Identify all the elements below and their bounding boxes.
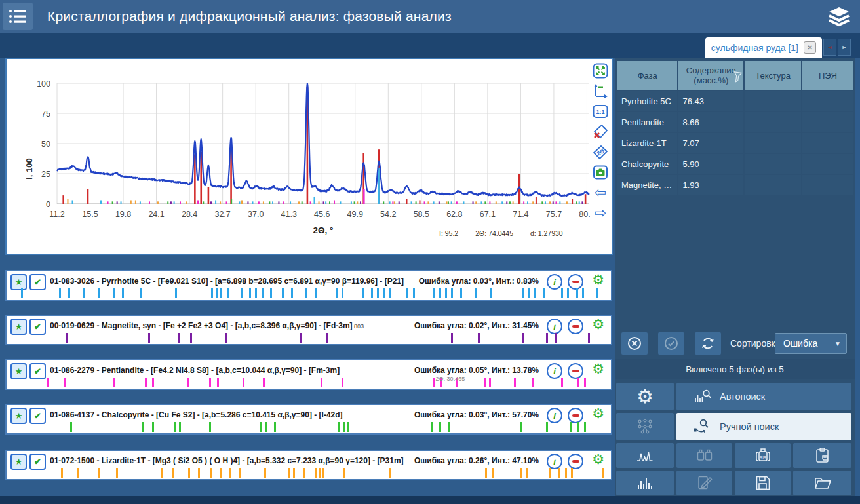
tick-mark xyxy=(543,288,545,298)
diffraction-chart-panel: 025507510011.215.519.824.128.432.737.041… xyxy=(5,58,613,255)
column-header-content[interactable]: Содержание (масс.%) xyxy=(678,61,743,90)
tick-mark xyxy=(161,468,163,478)
tick-mark xyxy=(209,422,211,432)
table-cell: 8.66 xyxy=(678,112,743,132)
tick-mark xyxy=(522,333,524,343)
table-row[interactable]: Magnetite, …1.93 xyxy=(617,175,853,195)
remove-phase-icon[interactable] xyxy=(568,408,583,423)
table-cell: 5.90 xyxy=(678,154,743,174)
phase-error-stats: Ошибка угла: 0.03°, Инт.: 0.83% xyxy=(419,277,539,286)
paste-button[interactable] xyxy=(793,443,851,468)
tick-mark xyxy=(66,333,68,343)
info-icon[interactable]: i xyxy=(547,274,562,290)
rir-quantification-button[interactable]: RIR xyxy=(735,443,791,468)
tick-mark xyxy=(546,422,548,432)
phase-error-stats: Ошибка угла: 0.03°, Инт.: 57.70% xyxy=(414,410,539,419)
table-row[interactable]: Lizardite-1T7.07 xyxy=(617,133,853,153)
svg-text:24.1: 24.1 xyxy=(148,210,164,219)
tab-prev-icon[interactable]: ◄ xyxy=(823,39,836,56)
hamburger-menu-icon[interactable] xyxy=(3,3,33,30)
tick-mark xyxy=(148,333,150,343)
table-row[interactable]: Pentlandite8.66 xyxy=(617,112,853,132)
column-header-pea[interactable]: ПЭЯ xyxy=(802,61,853,90)
table-row[interactable]: Pyrrhotite 5C76.43 xyxy=(617,91,853,111)
tick-mark xyxy=(336,288,338,298)
tick-mark xyxy=(584,378,586,387)
phase-row[interactable]: ★ ✔ 00-019-0629 - Magnetite, syn - [Fe +… xyxy=(5,315,612,345)
remove-phase-icon[interactable] xyxy=(568,454,583,469)
tick-mark xyxy=(68,288,70,298)
table-row[interactable]: Chalcopyrite5.90 xyxy=(617,154,853,174)
right-panel: Фаза Содержание (масс.%) Текстура ПЭЯ Py… xyxy=(615,58,855,496)
remove-phase-icon[interactable] xyxy=(568,274,583,290)
info-icon[interactable]: i xyxy=(547,454,562,469)
layers-icon[interactable] xyxy=(825,5,853,28)
invert-selection-icon[interactable] xyxy=(695,332,721,355)
redo-arrow-icon[interactable]: ⇨ xyxy=(592,204,609,222)
svg-text:41.3: 41.3 xyxy=(281,210,297,219)
phase-row[interactable]: ★ ✔ 01-083-3026 - Pyrrhotite 5C - [Fe9.0… xyxy=(5,270,612,301)
close-icon[interactable]: ✕ xyxy=(804,41,816,54)
tick-mark xyxy=(576,288,578,298)
select-all-icon[interactable] xyxy=(658,332,684,355)
xrd-plot[interactable]: 025507510011.215.519.824.128.432.737.041… xyxy=(7,59,612,254)
network-icon xyxy=(636,418,654,435)
tab-sample[interactable]: сульфидная руда [1] ✕ xyxy=(705,37,822,58)
svg-text:19.8: 19.8 xyxy=(115,210,131,219)
info-icon[interactable]: i xyxy=(547,319,562,334)
sort-dropdown[interactable]: Ошибка ▼ xyxy=(775,333,847,354)
scale-1-1-icon[interactable]: 1:1 xyxy=(592,103,609,120)
tick-mark xyxy=(582,288,584,298)
tab-next-icon[interactable]: ► xyxy=(838,39,851,56)
phase-description: 01-086-2279 - Pentlandite - [Fe4.2 Ni4.8… xyxy=(50,366,340,375)
fit-view-icon[interactable] xyxy=(592,62,609,79)
phase-tick-marks xyxy=(12,468,606,479)
manual-search-button[interactable]: Ручной поиск xyxy=(676,413,851,440)
phase-error-stats: Ошибка угла: 0.26°, Инт.: 47.10% xyxy=(414,456,539,465)
gear-icon[interactable]: ⚙ xyxy=(592,361,604,377)
phase-row[interactable]: ★ ✔ 01-072-1500 - Lizardite-1T - [Mg3 ( … xyxy=(5,450,612,480)
phase-tick-marks xyxy=(12,288,606,300)
undo-arrow-icon[interactable]: ⇦ xyxy=(592,184,609,201)
tick-mark xyxy=(270,288,272,298)
gear-icon[interactable]: ⚙ xyxy=(592,452,604,467)
column-header-texture[interactable]: Текстура xyxy=(745,61,801,90)
histogram-button[interactable] xyxy=(616,471,674,495)
tick-mark xyxy=(83,288,85,298)
settings-button[interactable]: ⚙ xyxy=(616,383,674,410)
phase-row[interactable]: ★ ✔ 01-086-2279 - Pentlandite - [Fe4.2 N… xyxy=(5,359,612,390)
deselect-all-icon[interactable] xyxy=(621,332,648,355)
gear-icon[interactable]: ⚙ xyxy=(592,317,604,332)
open-folder-button[interactable] xyxy=(793,471,851,495)
cursor-readout: I: 95.2 2Θ: 74.0445 d: 1.27930 xyxy=(439,229,603,237)
svg-text:32.7: 32.7 xyxy=(214,210,230,219)
bottom-status-strip xyxy=(0,496,860,504)
remove-labels-icon[interactable] xyxy=(592,123,609,140)
phase-row[interactable]: ★ ✔ 01-086-4137 - Chalcopyrite - [Cu Fe … xyxy=(5,404,612,435)
gear-icon[interactable]: ⚙ xyxy=(592,406,604,421)
phase-description: 01-086-4137 - Chalcopyrite - [Cu Fe S2] … xyxy=(50,410,343,419)
chevron-down-icon: ▼ xyxy=(834,340,841,347)
tick-mark xyxy=(220,288,222,298)
svg-text:37.0: 37.0 xyxy=(248,210,264,219)
column-header-phase[interactable]: Фаза xyxy=(617,61,677,90)
screenshot-camera-icon[interactable] xyxy=(592,164,609,181)
tick-mark xyxy=(342,378,343,387)
info-icon[interactable]: i xyxy=(547,408,562,423)
folder-icon xyxy=(813,475,832,492)
remove-phase-icon[interactable] xyxy=(568,319,583,334)
tick-mark xyxy=(371,288,373,298)
edit-button[interactable] xyxy=(676,471,732,495)
axes-icon[interactable] xyxy=(592,83,609,100)
autosearch-button[interactable]: Автопоиск xyxy=(676,383,851,410)
phase-tick-marks xyxy=(12,422,606,433)
pattern-view-button[interactable] xyxy=(616,443,674,468)
network-analysis-button[interactable] xyxy=(616,413,674,440)
angle-labels-icon[interactable]: 2Θ xyxy=(592,144,609,161)
save-button[interactable] xyxy=(735,471,791,495)
gear-icon[interactable]: ⚙ xyxy=(592,272,604,288)
remove-phase-icon[interactable] xyxy=(568,363,583,379)
table-cell: Magnetite, … xyxy=(617,175,677,195)
info-icon[interactable]: i xyxy=(547,363,562,379)
standards-button[interactable] xyxy=(676,443,732,468)
